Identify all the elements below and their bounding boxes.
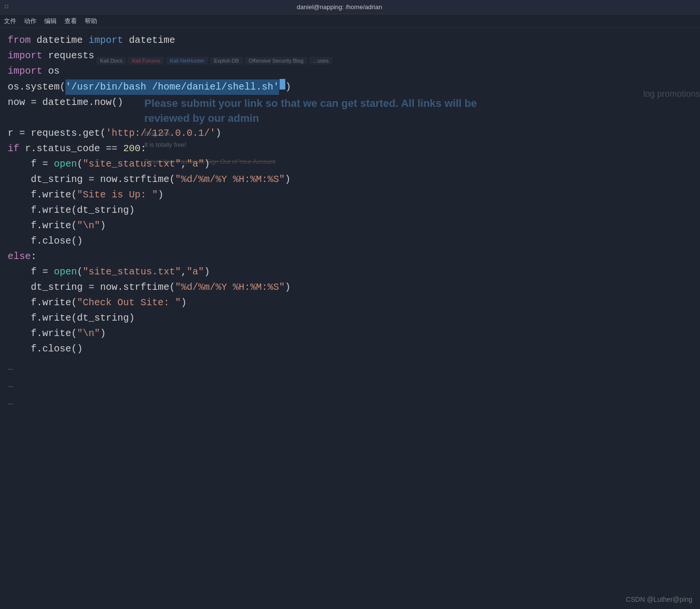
code-line-18: f.write("Check Out Site: ") [8,295,692,311]
code-line-17: dt_string = now.strftime("%d/%m/%Y %H:%M… [8,280,692,295]
code-line-6 [8,110,692,126]
tilde-3: ~ [0,396,700,414]
title-bar: □ daniel@napping: /home/adrian [0,0,700,14]
keyword-from: from [8,33,31,48]
menu-view[interactable]: 查看 [64,17,77,26]
menu-edit[interactable]: 编辑 [44,17,57,26]
window-icon: □ [5,3,13,11]
tab-kali-docs: Kali Docs [96,57,126,65]
menu-file[interactable]: 文件 [4,17,16,26]
code-line-7: r = requests.get('http://127.0.0.1/') [8,126,692,141]
tab-offensive-security: Offensive Security Blog [245,57,307,65]
keyword-import-2: import [8,48,42,64]
code-line-20: f.write("\n") [8,326,692,341]
code-line-14: f.close() [8,233,692,249]
keyword-import-3: import [8,64,42,79]
code-line-15: else: [8,249,692,264]
code-line-13: f.write("\n") [8,218,692,233]
tab-kali-forums: Kali Forums [128,57,164,65]
code-line-16: f = open("site_status.txt","a") [8,264,692,280]
title-bar-left: □ [5,3,13,11]
code-area: from datetime import datetime import req… [0,28,700,362]
csdn-watermark: CSDN @Luther@ping [626,596,692,603]
code-line-9: f = open("site_status.txt","a") [8,156,692,172]
tab-uses: ...uses [309,57,332,65]
menu-action[interactable]: 动作 [24,17,37,26]
code-line-19: f.write(dt_string) [8,311,692,326]
text-cursor [280,79,285,90]
tab-kali-nethunter: Kali NetHunter [166,57,208,65]
tilde-1: ~ [0,362,700,379]
menu-help[interactable]: 帮助 [85,17,97,26]
keyword-import-1: import [89,33,123,48]
menu-bar: 文件 动作 编辑 查看 帮助 [0,14,700,28]
browser-tabs-overlay: Kali Docs Kali Forums Kali NetHunter Exp… [96,57,332,65]
terminal-window: □ daniel@napping: /home/adrian 文件 动作 编辑 … [0,0,700,609]
code-line-1: from datetime import datetime [8,33,692,48]
tab-exploit-db: Exploit-DB [210,57,243,65]
tilde-2: ~ [0,379,700,396]
code-line-5: now = datetime.now() [8,95,692,110]
code-line-8: if r.status_code == 200 : [8,141,692,156]
code-line-10: dt_string = now.strftime("%d/%m/%Y %H:%M… [8,172,692,187]
window-title: daniel@napping: /home/adrian [13,3,666,11]
code-line-21: f.close() [8,341,692,357]
code-line-3: import os [8,64,692,79]
promo-overlay: log promotions [643,89,700,99]
code-line-11: f.write("Site is Up: ") [8,187,692,203]
code-line-12: f.write(dt_string) [8,203,692,218]
code-line-4: os.system('/usr/bin/bash /home/daniel/sh… [8,79,692,95]
